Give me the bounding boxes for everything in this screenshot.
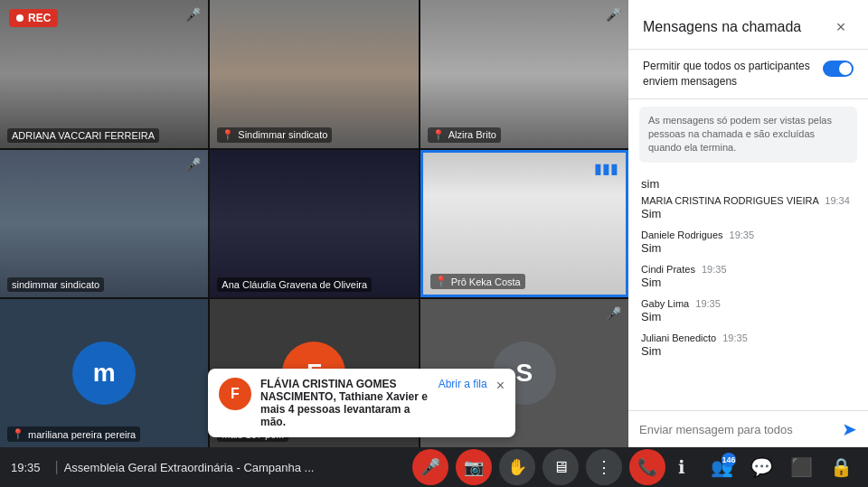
end-call-icon: 📞 bbox=[637, 457, 657, 477]
chat-button[interactable]: 💬 bbox=[745, 451, 778, 483]
notif-close-button[interactable]: × bbox=[496, 378, 505, 394]
rec-label: REC bbox=[28, 12, 51, 24]
chat-meta-3: Cindi Prates 19:35 bbox=[641, 264, 855, 275]
video-feed-2 bbox=[210, 0, 418, 148]
tile-label-5: Ana Cláudia Gravena de Oliveira bbox=[217, 277, 372, 292]
mic-muted-icon-1: 🎤 bbox=[185, 7, 201, 22]
security-icon: 🔒 bbox=[830, 456, 853, 478]
more-options-button[interactable]: ⋮ bbox=[586, 449, 622, 485]
video-tile-keka[interactable]: ▮▮▮ 📍 Prô Keka Costa bbox=[420, 150, 628, 298]
video-tile-sindimmar[interactable]: 📍 Sindimmar sindicato bbox=[210, 0, 418, 148]
info-button[interactable]: ℹ bbox=[665, 451, 698, 483]
notif-content: FLÁVIA CRISTINA GOMES NASCIMENTO, Tathia… bbox=[260, 378, 429, 428]
chat-message-0: sim bbox=[641, 175, 855, 192]
video-tile-alzira[interactable]: 🎤 📍 Alzira Brito bbox=[420, 0, 628, 148]
bottom-right-controls: ℹ 👥 146 💬 ⬛ 🔒 bbox=[665, 451, 857, 483]
notif-title: FLÁVIA CRISTINA GOMES NASCIMENTO, Tathia… bbox=[260, 378, 429, 428]
bottom-bar: 19:35 | Assembleia Geral Extraordinária … bbox=[0, 447, 868, 487]
rec-badge: REC bbox=[9, 9, 58, 27]
toggle-knob bbox=[839, 62, 852, 75]
mic-muted-icon-4: 🎤 bbox=[185, 157, 201, 172]
chat-meta-gaby: Gaby Lima 19:35 bbox=[641, 298, 855, 309]
separator: | bbox=[55, 459, 59, 475]
people-button[interactable]: 👥 146 bbox=[705, 451, 738, 483]
notification-popup: F FLÁVIA CRISTINA GOMES NASCIMENTO, Tath… bbox=[208, 369, 515, 437]
people-badge: 146 bbox=[722, 453, 736, 467]
chat-header: Mensagens na chamada × bbox=[628, 0, 868, 50]
tile-label-3: 📍 Alzira Brito bbox=[428, 127, 501, 143]
camera-button[interactable]: 📷 bbox=[456, 449, 492, 485]
chat-input[interactable] bbox=[639, 423, 836, 436]
present-button[interactable]: 🖥 bbox=[542, 449, 579, 485]
activities-icon: ⬛ bbox=[790, 456, 813, 478]
chat-info-box: As mensagens só podem ser vistas pelas p… bbox=[639, 107, 857, 163]
video-feed-4 bbox=[0, 150, 208, 298]
activities-button[interactable]: ⬛ bbox=[785, 451, 817, 483]
chat-toggle-label: Permitir que todos os participantes envi… bbox=[643, 59, 814, 89]
mic-button[interactable]: 🎤 bbox=[412, 449, 448, 485]
bottom-controls: 🎤 📷 ✋ 🖥 ⋮ 📞 bbox=[412, 449, 665, 485]
chat-meta-2: Daniele Rodrigues 19:35 bbox=[641, 229, 855, 240]
tile-label-7: 📍 mariliana pereira pereira bbox=[7, 426, 140, 442]
chat-meta-juliani: Juliani Benedicto 19:35 bbox=[641, 332, 855, 343]
chat-close-button[interactable]: × bbox=[828, 14, 854, 40]
chat-messages: sim MARIA CRISTINA RODRIGUES VIEIRA 19:3… bbox=[628, 170, 868, 410]
chat-message-2: Daniele Rodrigues 19:35 Sim bbox=[641, 229, 855, 255]
end-call-button[interactable]: 📞 bbox=[629, 449, 665, 485]
chat-message-1: MARIA CRISTINA RODRIGUES VIEIRA 19:34 Si… bbox=[641, 195, 855, 220]
present-icon: 🖥 bbox=[552, 458, 569, 477]
chat-message-juliani: Juliani Benedicto 19:35 Sim bbox=[641, 332, 855, 358]
video-tile-mariliana[interactable]: m 📍 mariliana pereira pereira bbox=[0, 299, 208, 447]
mic-muted-icon: 🎤 bbox=[420, 457, 440, 477]
rec-dot bbox=[16, 14, 24, 22]
video-feed-3 bbox=[420, 0, 628, 148]
video-tile-sindimmar2[interactable]: 🎤 sindimmar sindicato bbox=[0, 150, 208, 298]
video-tile-ana[interactable]: Ana Cláudia Gravena de Oliveira bbox=[210, 150, 418, 298]
chat-send-button[interactable]: ➤ bbox=[842, 418, 857, 440]
tile-label-1: ADRIANA VACCARI FERREIRA bbox=[7, 128, 159, 143]
security-button[interactable]: 🔒 bbox=[825, 451, 857, 483]
chat-meta-1: MARIA CRISTINA RODRIGUES VIEIRA 19:34 bbox=[641, 195, 855, 206]
camera-off-icon: 📷 bbox=[464, 457, 484, 477]
speaker-bars-icon: ▮▮▮ bbox=[594, 160, 618, 177]
meeting-title: Assembleia Geral Extraordinária - Campan… bbox=[64, 461, 412, 474]
send-icon: ➤ bbox=[842, 418, 857, 440]
meeting-time: 19:35 bbox=[11, 461, 41, 474]
chat-icon: 💬 bbox=[750, 456, 773, 478]
info-icon: ℹ bbox=[678, 456, 685, 478]
mic-muted-icon-3: 🎤 bbox=[606, 7, 621, 22]
tile-label-4: sindimmar sindicato bbox=[7, 277, 104, 292]
more-icon: ⋮ bbox=[596, 457, 612, 477]
hand-button[interactable]: ✋ bbox=[499, 449, 535, 485]
tile-label-2: 📍 Sindimmar sindicato bbox=[217, 127, 332, 143]
chat-toggle-row: Permitir que todos os participantes envi… bbox=[628, 50, 868, 99]
chat-title: Mensagens na chamada bbox=[643, 19, 801, 35]
notif-avatar: F bbox=[219, 378, 251, 410]
messages-toggle[interactable] bbox=[823, 61, 854, 77]
notif-open-queue-link[interactable]: Abrir a fila bbox=[439, 378, 487, 390]
chat-message-gaby: Gaby Lima 19:35 Sim bbox=[641, 298, 855, 323]
chat-message-3: Cindi Prates 19:35 Sim bbox=[641, 264, 855, 289]
chat-panel: Mensagens na chamada × Permitir que todo… bbox=[628, 0, 868, 447]
avatar-mariliana: m bbox=[72, 342, 136, 405]
video-feed-5 bbox=[210, 150, 418, 298]
mic-muted-icon-9: 🎤 bbox=[606, 306, 621, 321]
chat-input-row: ➤ bbox=[628, 410, 868, 447]
hand-icon: ✋ bbox=[507, 457, 527, 477]
tile-label-6: 📍 Prô Keka Costa bbox=[430, 274, 525, 289]
